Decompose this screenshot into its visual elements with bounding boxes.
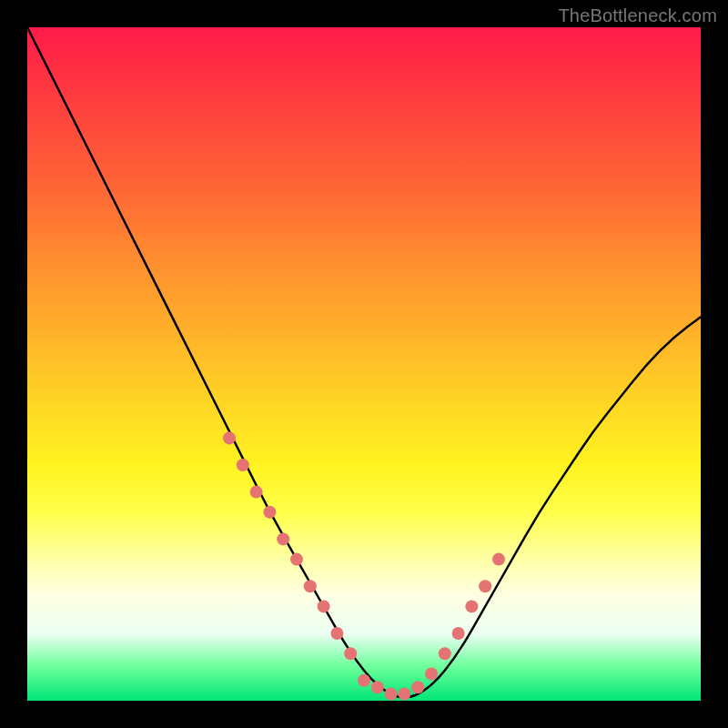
highlight-dot (439, 647, 451, 660)
highlight-dot (492, 553, 505, 566)
highlight-dot (263, 506, 276, 519)
highlight-dot (223, 431, 236, 444)
highlight-dot (277, 532, 289, 545)
highlight-dot (344, 647, 357, 660)
highlight-dot (398, 688, 410, 701)
highlight-dot (290, 553, 303, 566)
highlight-dot (465, 600, 478, 612)
bottleneck-curve (27, 27, 701, 697)
highlight-dot (304, 580, 317, 592)
highlight-dot (371, 681, 384, 693)
highlight-dot (237, 459, 249, 471)
highlight-dot (250, 486, 263, 499)
highlight-dot (318, 600, 330, 612)
highlight-dot (452, 627, 465, 640)
highlight-dot (358, 674, 370, 687)
highlight-dot (411, 681, 424, 693)
plot-area (27, 27, 701, 701)
highlight-dot (330, 627, 343, 640)
highlight-dot (385, 688, 398, 701)
bottleneck-chart-svg (27, 27, 701, 701)
highlight-dots-right (425, 553, 505, 681)
highlight-dot (479, 580, 491, 592)
watermark-text: TheBottleneck.com (558, 5, 717, 26)
highlight-dot (425, 667, 438, 680)
chart-frame: TheBottleneck.com (0, 0, 728, 728)
